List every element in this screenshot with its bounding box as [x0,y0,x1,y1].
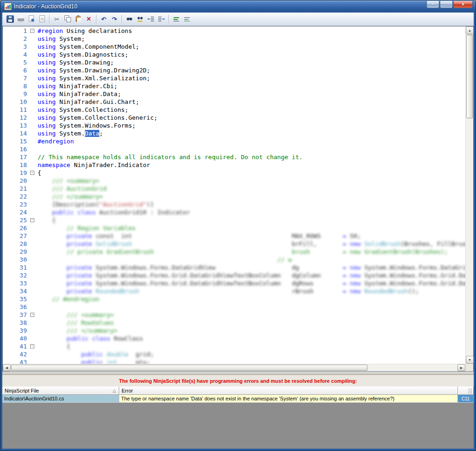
line-number: 39 [3,327,29,334]
code-line-38[interactable]: 38 /// RowValues [3,319,465,327]
error-row-location[interactable]: C11 [458,395,474,403]
scroll-left-icon[interactable]: ◀ [3,364,11,371]
scroll-up-icon[interactable]: ▲ [466,26,474,34]
copy-button[interactable] [62,14,73,25]
titlebar[interactable]: Indicator - AuctionGrid10 – □ × [0,0,476,13]
indent-decrease-button[interactable] [145,14,156,25]
code-line-14[interactable]: 14using System.Data; [3,129,465,137]
code-line-24[interactable]: 24 public class AuctionGrid10 : Indicato… [3,208,465,216]
code-line-30[interactable]: 30 // w [3,256,465,264]
code-line-35[interactable]: 35 // #endregion [3,295,465,303]
fold-collapse-icon[interactable]: - [29,29,36,33]
fold-collapse-icon[interactable]: - [29,344,36,348]
code-line-40[interactable]: 40 public class RowClass [3,335,465,342]
grip-dots-icon [470,388,470,393]
line-number: 16 [3,146,29,153]
code-line-12[interactable]: 12using System.Collections.Generic; [3,114,465,122]
minimize-button[interactable]: – [426,1,439,8]
scroll-right-icon[interactable]: ▶ [457,364,465,371]
code-line-8[interactable]: 8using NinjaTrader.Cbi; [3,82,465,90]
code-text: private SolidBrush brFill, = new SolidBr… [36,240,465,247]
code-line-21[interactable]: 21 /// AuctionGrid [3,185,465,193]
code-text: // This namespace holds all indicators a… [36,154,302,161]
code-line-42[interactable]: 42 public double grid; [3,350,465,358]
code-line-37[interactable]: 37- /// <summary> [3,311,465,319]
line-number: 20 [3,177,29,184]
code-line-3[interactable]: 3using System.ComponentModel; [3,43,465,51]
code-line-34[interactable]: 34 private RoundedBrush rBrush = new Rou… [3,287,465,295]
code-text: public class AuctionGrid10 : Indicator [36,209,190,216]
print-button[interactable] [15,14,26,25]
code-line-18[interactable]: 18namespace NinjaTrader.Indicator [3,161,465,169]
vertical-scroll-thumb[interactable] [466,35,473,118]
find-in-files-button[interactable] [135,14,145,25]
code-line-29[interactable]: 29 // private GradientBrush brush = new … [3,248,465,256]
indent-increase-button[interactable] [156,14,167,25]
code-line-27[interactable]: 27 private const int MAX_ROWS = 50; [3,232,465,240]
column-header-file[interactable]: NinjaScript File △ [2,387,119,395]
code-line-23[interactable]: 23 [Description("AuctionGrid")] [3,200,465,208]
panel-splitter[interactable] [2,372,474,375]
scrollbar-corner [465,364,473,371]
error-row-file[interactable]: Indicator\AuctionGrid10.cs [2,395,119,403]
code-line-4[interactable]: 4using System.Diagnostics; [3,51,465,58]
vertical-scrollbar[interactable]: ▲ ▼ [465,26,473,364]
close-button[interactable]: × [453,1,473,8]
code-line-31[interactable]: 31 private System.Windows.Forms.DataGrid… [3,264,465,271]
code-line-20[interactable]: 20 /// <summary> [3,177,465,185]
column-header-error[interactable]: Error [119,387,458,395]
comment-selection-button[interactable] [171,14,181,25]
code-line-26[interactable]: 26 // Region Variables [3,224,465,232]
code-line-10[interactable]: 10using NinjaTrader.Gui.Chart; [3,98,465,106]
code-line-19[interactable]: 19-{ [3,169,465,177]
error-row[interactable]: Indicator\AuctionGrid10.cs The type or n… [2,395,474,403]
code-line-16[interactable]: 16 [3,145,465,153]
error-row-message[interactable]: The type or namespace name 'Data' does n… [119,395,458,403]
code-line-25[interactable]: 25- { [3,216,465,224]
code-line-15[interactable]: 15#endregion [3,137,465,145]
line-number: 28 [3,240,29,247]
code-line-1[interactable]: 1-#region Using declarations [3,27,465,35]
cut-button[interactable] [51,14,62,25]
code-line-9[interactable]: 9using NinjaTrader.Data; [3,90,465,98]
code-line-7[interactable]: 7using System.Xml.Serialization; [3,74,465,82]
code-line-33[interactable]: 33 private System.Windows.Forms.Grid.Dat… [3,279,465,287]
code-line-13[interactable]: 13using System.Windows.Forms; [3,122,465,129]
code-line-11[interactable]: 11using System.Collections; [3,106,465,114]
delete-button[interactable] [84,14,94,25]
code-line-22[interactable]: 22 /// </summary> [3,193,465,200]
code-line-2[interactable]: 2using System; [3,35,465,43]
line-number: 14 [3,130,29,137]
fold-collapse-icon[interactable]: - [29,218,36,222]
horizontal-scrollbar[interactable]: ◀ ▶ [3,364,465,371]
undo-button[interactable] [98,14,109,25]
code-text: using NinjaTrader.Data; [36,90,121,97]
save-button[interactable] [5,14,15,25]
horizontal-scroll-thumb[interactable] [11,365,367,371]
code-line-41[interactable]: 41- { [3,342,465,350]
grip-dots-icon [469,388,469,393]
page-setup-button[interactable] [37,14,47,25]
code-line-5[interactable]: 5using System.Drawing; [3,58,465,66]
find-button[interactable] [124,14,135,25]
code-text: { [36,169,41,176]
code-line-39[interactable]: 39 /// </summary> [3,327,465,335]
paste-button[interactable] [73,14,84,25]
code-line-36[interactable]: 36 [3,303,465,311]
code-line-6[interactable]: 6using System.Drawing.Drawing2D; [3,66,465,74]
print-preview-button[interactable] [26,14,37,25]
redo-button[interactable] [109,14,120,25]
maximize-button[interactable]: □ [440,1,453,8]
uncomment-selection-button[interactable] [181,14,192,25]
code-text: private const int MAX_ROWS = 50; [36,232,361,239]
fold-collapse-icon[interactable]: - [29,313,36,317]
fold-collapse-icon[interactable]: - [29,171,36,175]
code-line-32[interactable]: 32 private System.Windows.Forms.Grid.Dat… [3,271,465,279]
cut-icon [53,15,61,23]
code-line-17[interactable]: 17// This namespace holds all indicators… [3,153,465,161]
line-number: 30 [3,256,29,263]
code-line-43[interactable]: 43 public int qty; [3,358,465,364]
code-line-28[interactable]: 28 private SolidBrush brFill, = new Soli… [3,240,465,248]
scroll-down-icon[interactable]: ▼ [466,356,474,364]
code-editor[interactable]: 1-#region Using declarations2using Syste… [2,26,474,372]
